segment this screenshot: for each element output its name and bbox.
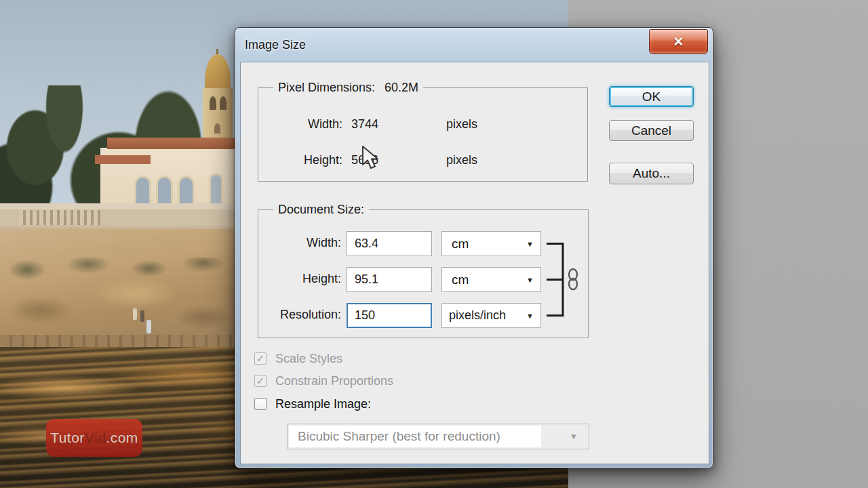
constrain-link-bracket xyxy=(545,232,588,328)
chevron-down-icon: ▼ xyxy=(526,276,534,283)
pixel-width-value: 3744 xyxy=(351,117,378,131)
pixel-dimensions-legend: Pixel Dimensions:60.2M xyxy=(273,81,423,95)
constrain-proportions-checkbox: ✓ xyxy=(254,375,267,387)
screen: TutorVid.com Image Size ✕ Pixel Dimensio… xyxy=(0,0,868,488)
photo-person xyxy=(146,320,151,333)
check-icon: ✓ xyxy=(256,375,265,386)
pixel-height-row: Height: 5616 pixels xyxy=(241,153,571,169)
photo-person xyxy=(133,308,137,320)
check-icon: ✓ xyxy=(256,353,265,363)
pixel-height-unit: pixels xyxy=(446,153,477,167)
resample-method-value: Bicubic Sharper (best for reduction) xyxy=(289,426,541,447)
photo-person xyxy=(140,310,144,322)
resample-image-checkbox[interactable] xyxy=(254,398,267,410)
close-button[interactable]: ✕ xyxy=(649,29,708,54)
doc-height-input[interactable] xyxy=(347,267,432,292)
doc-width-input[interactable] xyxy=(347,231,432,256)
photo-balustrade-wall xyxy=(0,203,235,230)
scale-styles-checkbox: ✓ xyxy=(254,352,267,365)
resample-method-select: Bicubic Sharper (best for reduction) ▼ xyxy=(287,424,589,449)
pixel-height-value: 5616 xyxy=(351,153,378,167)
pixel-height-label: Height: xyxy=(241,153,342,167)
doc-height-unit-select[interactable]: cm ▼ xyxy=(441,267,541,292)
image-size-dialog: Image Size ✕ Pixel Dimensions:60.2M Widt… xyxy=(235,27,713,468)
pixel-width-unit: pixels xyxy=(446,117,477,131)
link-icon xyxy=(569,269,577,289)
doc-width-unit-select[interactable]: cm ▼ xyxy=(441,231,541,256)
pixel-dimensions-total: 60.2M xyxy=(384,81,418,94)
cancel-button[interactable]: Cancel xyxy=(609,120,694,141)
ok-button[interactable]: OK xyxy=(609,86,694,107)
auto-button[interactable]: Auto... xyxy=(609,163,694,184)
resolution-unit-select[interactable]: pixels/inch ▼ xyxy=(441,303,541,328)
constrain-proportions-label: Constrain Proportions xyxy=(275,374,393,388)
pixel-width-row: Width: 3744 pixels xyxy=(241,117,571,134)
doc-width-label: Width: xyxy=(241,236,341,250)
chevron-down-icon: ▼ xyxy=(526,240,534,247)
watermark-text: Tutor xyxy=(50,430,85,446)
resample-image-label: Resample Image: xyxy=(275,397,371,411)
pixel-width-label: Width: xyxy=(241,117,342,131)
scale-styles-label: Scale Styles xyxy=(275,352,342,366)
document-size-legend: Document Size: xyxy=(273,203,369,217)
dialog-body: Pixel Dimensions:60.2M Width: 3744 pixel… xyxy=(240,62,709,464)
chevron-down-icon: ▼ xyxy=(570,432,578,441)
dialog-title: Image Size xyxy=(245,38,306,52)
chevron-down-icon: ▼ xyxy=(526,312,534,319)
close-icon: ✕ xyxy=(673,35,684,48)
doc-height-label: Height: xyxy=(241,272,341,286)
resolution-input[interactable] xyxy=(347,303,432,328)
dialog-titlebar[interactable]: Image Size ✕ xyxy=(235,28,713,62)
photo-shore-scrub xyxy=(0,258,235,305)
resolution-label: Resolution: xyxy=(241,308,341,322)
watermark: TutorVid.com xyxy=(46,419,142,457)
